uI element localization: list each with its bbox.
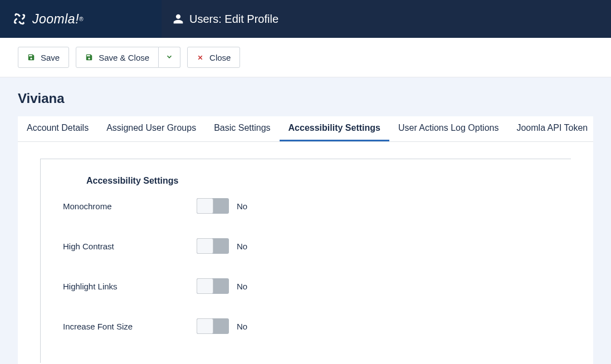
tab-joomla-api-token[interactable]: Joomla API Token	[507, 116, 597, 141]
fieldset-legend: Accessibility Settings	[80, 176, 185, 186]
tab-content: Accessibility Settings Monochrome No Hig…	[18, 142, 593, 364]
toggle-highинуight-links	[197, 278, 229, 294]
user-icon	[173, 13, 184, 24]
save-close-label: Save & Close	[99, 53, 149, 62]
toggle-knob	[197, 278, 213, 294]
row-highlight-links: Highlight Links No	[63, 266, 549, 306]
joomla-icon	[12, 12, 27, 26]
app-header: Joomla! ® Users: Edit Profile	[0, 0, 611, 38]
page-title: Viviana	[0, 77, 611, 116]
save-close-group: Save & Close	[76, 47, 180, 68]
close-icon	[197, 54, 204, 61]
toggle-knob	[197, 198, 213, 214]
toggle-increase-font-size[interactable]	[197, 318, 229, 334]
toggle-wrap: No	[197, 238, 247, 254]
tab-basic-settings[interactable]: Basic Settings	[205, 116, 279, 141]
brand-label: Joomla!	[32, 12, 79, 27]
tab-user-actions-log[interactable]: User Actions Log Options	[389, 116, 508, 141]
toggle-knob	[197, 318, 213, 334]
save-button[interactable]: Save	[18, 47, 69, 68]
tab-account-details[interactable]: Account Details	[18, 116, 97, 141]
toggle-high-contrast[interactable]	[197, 238, 229, 254]
save-dropdown-button[interactable]	[159, 47, 180, 68]
save-close-button[interactable]: Save & Close	[76, 47, 159, 68]
row-increase-font-size: Increase Font Size No	[63, 306, 549, 346]
toggle-state-monochrome: No	[237, 201, 247, 211]
toggle-state-increase-font-size: No	[237, 322, 247, 331]
toolbar: Save Save & Close Close	[0, 38, 611, 77]
header-title-text: Users: Edit Profile	[189, 13, 278, 26]
save-icon	[85, 53, 93, 61]
accessibility-fieldset: Accessibility Settings Monochrome No Hig…	[40, 159, 571, 363]
save-icon	[27, 53, 35, 61]
close-label: Close	[209, 53, 231, 62]
toggle-monochrome[interactable]	[197, 198, 229, 214]
tab-assigned-user-groups[interactable]: Assigned User Groups	[97, 116, 205, 141]
label-highlight-links: Highlight Links	[63, 282, 197, 291]
chevron-down-icon	[165, 53, 173, 62]
label-increase-font-size: Increase Font Size	[63, 322, 197, 331]
tabs: Account Details Assigned User Groups Bas…	[18, 116, 593, 142]
label-high-contrast: High Contrast	[63, 242, 197, 251]
label-monochrome: Monochrome	[63, 201, 197, 211]
row-high-contrast: High Contrast No	[63, 226, 549, 266]
close-button[interactable]: Close	[187, 47, 240, 68]
save-label: Save	[41, 53, 60, 62]
toggle-wrap: No	[197, 278, 247, 294]
toggle-wrap: No	[197, 198, 247, 214]
toggle-state-highlight-links: No	[237, 282, 247, 291]
page-header-title: Users: Edit Profile	[162, 0, 290, 38]
toggle-wrap: No	[197, 318, 247, 334]
trademark: ®	[79, 16, 84, 22]
toggle-state-high-contrast: No	[237, 242, 247, 251]
brand[interactable]: Joomla! ®	[0, 0, 162, 38]
tab-accessibility-settings[interactable]: Accessibility Settings	[280, 116, 389, 141]
row-monochrome: Monochrome No	[63, 186, 549, 226]
toggle-knob	[197, 238, 213, 254]
